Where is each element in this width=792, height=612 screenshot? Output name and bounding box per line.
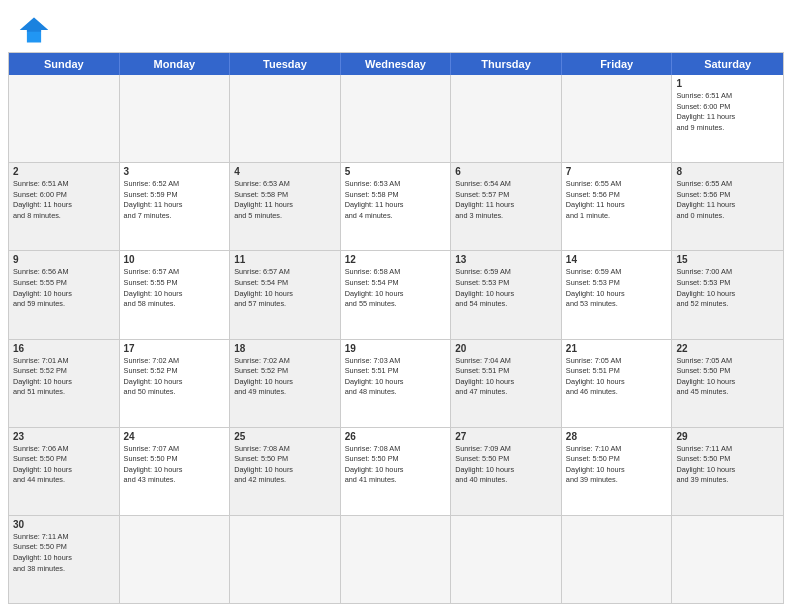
- day-number: 10: [124, 254, 226, 265]
- header: [0, 0, 792, 52]
- day-info: Sunrise: 6:53 AM Sunset: 5:58 PM Dayligh…: [345, 179, 447, 221]
- calendar-cell: 10Sunrise: 6:57 AM Sunset: 5:55 PM Dayli…: [120, 251, 231, 338]
- calendar-cell: [230, 516, 341, 603]
- weekday-wednesday: Wednesday: [341, 53, 452, 75]
- day-info: Sunrise: 6:52 AM Sunset: 5:59 PM Dayligh…: [124, 179, 226, 221]
- calendar-cell: 17Sunrise: 7:02 AM Sunset: 5:52 PM Dayli…: [120, 340, 231, 427]
- calendar-cell: 27Sunrise: 7:09 AM Sunset: 5:50 PM Dayli…: [451, 428, 562, 515]
- calendar-cell: 12Sunrise: 6:58 AM Sunset: 5:54 PM Dayli…: [341, 251, 452, 338]
- calendar-cell: 15Sunrise: 7:00 AM Sunset: 5:53 PM Dayli…: [672, 251, 783, 338]
- day-info: Sunrise: 7:04 AM Sunset: 5:51 PM Dayligh…: [455, 356, 557, 398]
- day-number: 3: [124, 166, 226, 177]
- calendar-cell: 9Sunrise: 6:56 AM Sunset: 5:55 PM Daylig…: [9, 251, 120, 338]
- calendar-cell: 1Sunrise: 6:51 AM Sunset: 6:00 PM Daylig…: [672, 75, 783, 162]
- calendar-cell: 21Sunrise: 7:05 AM Sunset: 5:51 PM Dayli…: [562, 340, 673, 427]
- calendar-cell: [451, 75, 562, 162]
- calendar: SundayMondayTuesdayWednesdayThursdayFrid…: [8, 52, 784, 604]
- day-info: Sunrise: 6:53 AM Sunset: 5:58 PM Dayligh…: [234, 179, 336, 221]
- calendar-cell: 11Sunrise: 6:57 AM Sunset: 5:54 PM Dayli…: [230, 251, 341, 338]
- day-info: Sunrise: 7:11 AM Sunset: 5:50 PM Dayligh…: [13, 532, 115, 574]
- day-info: Sunrise: 6:54 AM Sunset: 5:57 PM Dayligh…: [455, 179, 557, 221]
- day-number: 30: [13, 519, 115, 530]
- calendar-cell: 16Sunrise: 7:01 AM Sunset: 5:52 PM Dayli…: [9, 340, 120, 427]
- calendar-cell: 3Sunrise: 6:52 AM Sunset: 5:59 PM Daylig…: [120, 163, 231, 250]
- calendar-row-5: 30Sunrise: 7:11 AM Sunset: 5:50 PM Dayli…: [9, 516, 783, 603]
- day-number: 11: [234, 254, 336, 265]
- calendar-cell: 24Sunrise: 7:07 AM Sunset: 5:50 PM Dayli…: [120, 428, 231, 515]
- calendar-cell: 8Sunrise: 6:55 AM Sunset: 5:56 PM Daylig…: [672, 163, 783, 250]
- day-info: Sunrise: 6:58 AM Sunset: 5:54 PM Dayligh…: [345, 267, 447, 309]
- calendar-cell: [341, 75, 452, 162]
- day-info: Sunrise: 7:09 AM Sunset: 5:50 PM Dayligh…: [455, 444, 557, 486]
- day-number: 9: [13, 254, 115, 265]
- calendar-cell: [230, 75, 341, 162]
- day-info: Sunrise: 7:10 AM Sunset: 5:50 PM Dayligh…: [566, 444, 668, 486]
- day-number: 26: [345, 431, 447, 442]
- calendar-row-4: 23Sunrise: 7:06 AM Sunset: 5:50 PM Dayli…: [9, 428, 783, 516]
- day-number: 14: [566, 254, 668, 265]
- day-info: Sunrise: 7:05 AM Sunset: 5:51 PM Dayligh…: [566, 356, 668, 398]
- day-info: Sunrise: 7:08 AM Sunset: 5:50 PM Dayligh…: [234, 444, 336, 486]
- day-number: 28: [566, 431, 668, 442]
- day-number: 8: [676, 166, 779, 177]
- page: SundayMondayTuesdayWednesdayThursdayFrid…: [0, 0, 792, 612]
- day-info: Sunrise: 7:03 AM Sunset: 5:51 PM Dayligh…: [345, 356, 447, 398]
- day-info: Sunrise: 7:08 AM Sunset: 5:50 PM Dayligh…: [345, 444, 447, 486]
- calendar-cell: 2Sunrise: 6:51 AM Sunset: 6:00 PM Daylig…: [9, 163, 120, 250]
- calendar-cell: 28Sunrise: 7:10 AM Sunset: 5:50 PM Dayli…: [562, 428, 673, 515]
- day-number: 29: [676, 431, 779, 442]
- day-number: 6: [455, 166, 557, 177]
- day-number: 16: [13, 343, 115, 354]
- day-number: 1: [676, 78, 779, 89]
- calendar-cell: [451, 516, 562, 603]
- day-info: Sunrise: 6:59 AM Sunset: 5:53 PM Dayligh…: [455, 267, 557, 309]
- calendar-cell: [562, 75, 673, 162]
- logo-icon: [16, 14, 52, 46]
- day-number: 17: [124, 343, 226, 354]
- calendar-cell: 14Sunrise: 6:59 AM Sunset: 5:53 PM Dayli…: [562, 251, 673, 338]
- calendar-cell: 20Sunrise: 7:04 AM Sunset: 5:51 PM Dayli…: [451, 340, 562, 427]
- day-info: Sunrise: 7:06 AM Sunset: 5:50 PM Dayligh…: [13, 444, 115, 486]
- calendar-cell: 19Sunrise: 7:03 AM Sunset: 5:51 PM Dayli…: [341, 340, 452, 427]
- day-info: Sunrise: 7:05 AM Sunset: 5:50 PM Dayligh…: [676, 356, 779, 398]
- calendar-cell: 5Sunrise: 6:53 AM Sunset: 5:58 PM Daylig…: [341, 163, 452, 250]
- calendar-cell: [341, 516, 452, 603]
- day-info: Sunrise: 6:59 AM Sunset: 5:53 PM Dayligh…: [566, 267, 668, 309]
- day-number: 12: [345, 254, 447, 265]
- day-info: Sunrise: 6:55 AM Sunset: 5:56 PM Dayligh…: [676, 179, 779, 221]
- calendar-cell: 29Sunrise: 7:11 AM Sunset: 5:50 PM Dayli…: [672, 428, 783, 515]
- day-number: 21: [566, 343, 668, 354]
- day-number: 23: [13, 431, 115, 442]
- calendar-cell: 23Sunrise: 7:06 AM Sunset: 5:50 PM Dayli…: [9, 428, 120, 515]
- day-info: Sunrise: 6:56 AM Sunset: 5:55 PM Dayligh…: [13, 267, 115, 309]
- logo: [16, 14, 56, 46]
- weekday-saturday: Saturday: [672, 53, 783, 75]
- calendar-cell: [672, 516, 783, 603]
- day-number: 5: [345, 166, 447, 177]
- weekday-sunday: Sunday: [9, 53, 120, 75]
- day-number: 19: [345, 343, 447, 354]
- calendar-cell: [562, 516, 673, 603]
- weekday-thursday: Thursday: [451, 53, 562, 75]
- day-info: Sunrise: 7:02 AM Sunset: 5:52 PM Dayligh…: [124, 356, 226, 398]
- day-number: 22: [676, 343, 779, 354]
- weekday-friday: Friday: [562, 53, 673, 75]
- day-number: 24: [124, 431, 226, 442]
- day-number: 25: [234, 431, 336, 442]
- calendar-row-0: 1Sunrise: 6:51 AM Sunset: 6:00 PM Daylig…: [9, 75, 783, 163]
- calendar-cell: 25Sunrise: 7:08 AM Sunset: 5:50 PM Dayli…: [230, 428, 341, 515]
- day-number: 4: [234, 166, 336, 177]
- day-info: Sunrise: 6:57 AM Sunset: 5:54 PM Dayligh…: [234, 267, 336, 309]
- calendar-cell: 26Sunrise: 7:08 AM Sunset: 5:50 PM Dayli…: [341, 428, 452, 515]
- calendar-cell: 7Sunrise: 6:55 AM Sunset: 5:56 PM Daylig…: [562, 163, 673, 250]
- day-info: Sunrise: 6:57 AM Sunset: 5:55 PM Dayligh…: [124, 267, 226, 309]
- day-number: 7: [566, 166, 668, 177]
- day-info: Sunrise: 7:11 AM Sunset: 5:50 PM Dayligh…: [676, 444, 779, 486]
- calendar-cell: [120, 516, 231, 603]
- calendar-cell: 13Sunrise: 6:59 AM Sunset: 5:53 PM Dayli…: [451, 251, 562, 338]
- day-number: 2: [13, 166, 115, 177]
- weekday-monday: Monday: [120, 53, 231, 75]
- calendar-cell: 4Sunrise: 6:53 AM Sunset: 5:58 PM Daylig…: [230, 163, 341, 250]
- calendar-row-2: 9Sunrise: 6:56 AM Sunset: 5:55 PM Daylig…: [9, 251, 783, 339]
- svg-marker-1: [20, 18, 48, 32]
